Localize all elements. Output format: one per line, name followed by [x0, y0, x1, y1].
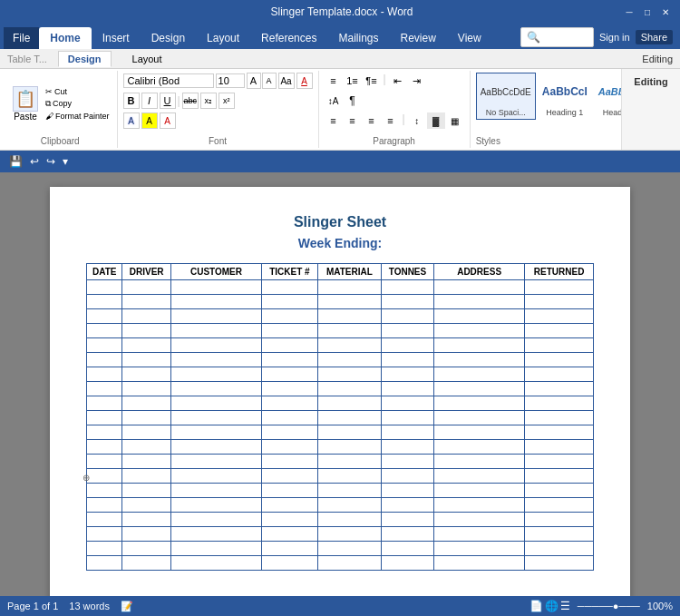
table-cell[interactable] — [525, 484, 594, 498]
table-cell[interactable] — [434, 309, 525, 324]
font-name-input[interactable] — [123, 73, 214, 88]
table-row[interactable] — [87, 309, 594, 324]
view-outline-button[interactable]: ☰ — [560, 600, 570, 612]
table-cell[interactable] — [170, 498, 261, 513]
table-row[interactable] — [87, 498, 594, 513]
subscript-button[interactable]: x₂ — [200, 93, 217, 109]
minimize-button[interactable]: ─ — [622, 5, 636, 19]
table-cell[interactable] — [381, 295, 433, 309]
table-cell[interactable] — [434, 484, 525, 498]
show-marks-button[interactable]: ¶ — [344, 93, 362, 109]
table-cell[interactable] — [122, 411, 171, 425]
table-cell[interactable] — [170, 309, 261, 324]
table-cell[interactable] — [381, 382, 433, 396]
table-cell[interactable] — [87, 469, 122, 484]
table-cell[interactable] — [122, 455, 171, 469]
table-row[interactable] — [87, 411, 594, 425]
table-cell[interactable] — [381, 353, 433, 367]
table-cell[interactable] — [87, 527, 122, 542]
tab-home[interactable]: Home — [39, 27, 91, 49]
table-cell[interactable] — [122, 527, 171, 542]
table-cell[interactable] — [87, 295, 122, 309]
table-cell[interactable] — [170, 513, 261, 527]
table-cell[interactable] — [525, 396, 594, 411]
table-cell[interactable] — [525, 324, 594, 338]
strikethrough-button[interactable]: abc — [182, 93, 199, 109]
table-cell[interactable] — [381, 527, 433, 542]
increase-indent-button[interactable]: ⇥ — [408, 73, 426, 89]
underline-button[interactable]: U — [160, 93, 176, 109]
numbering-button[interactable]: 1≡ — [344, 73, 362, 89]
table-cell[interactable] — [434, 556, 525, 571]
table-cell[interactable] — [262, 353, 318, 367]
table-cell[interactable] — [317, 396, 381, 411]
table-cell[interactable] — [381, 411, 433, 425]
table-cell[interactable] — [434, 498, 525, 513]
clear-formatting-button[interactable]: A — [296, 73, 313, 89]
table-cell[interactable] — [122, 513, 171, 527]
table-cell[interactable] — [317, 338, 381, 353]
table-cell[interactable] — [525, 469, 594, 484]
table-cell[interactable] — [317, 425, 381, 440]
bullets-button[interactable]: ≡ — [325, 73, 343, 89]
superscript-button[interactable]: x² — [219, 93, 235, 109]
table-cell[interactable] — [87, 425, 122, 440]
table-cell[interactable] — [381, 484, 433, 498]
table-cell[interactable] — [122, 338, 171, 353]
style-heading1[interactable]: AaBbCcI Heading 1 — [538, 73, 592, 120]
table-cell[interactable] — [381, 469, 433, 484]
font-size-input[interactable] — [216, 73, 245, 88]
table-cell[interactable] — [87, 396, 122, 411]
table-cell[interactable] — [317, 295, 381, 309]
table-cell[interactable] — [525, 440, 594, 455]
table-row[interactable] — [87, 556, 594, 571]
table-cell[interactable] — [122, 324, 171, 338]
view-web-button[interactable]: 🌐 — [545, 600, 559, 612]
table-cell[interactable] — [525, 425, 594, 440]
table-row[interactable] — [87, 338, 594, 353]
table-cell[interactable] — [262, 498, 318, 513]
table-cell[interactable] — [262, 513, 318, 527]
table-cell[interactable] — [525, 367, 594, 382]
table-cell[interactable] — [381, 309, 433, 324]
table-cell[interactable] — [525, 513, 594, 527]
style-normal[interactable]: AaBbCcDdE No Spaci... — [476, 73, 536, 120]
table-tools-layout-tab[interactable]: Layout — [122, 51, 172, 67]
table-cell[interactable] — [262, 556, 318, 571]
file-tab[interactable]: File — [4, 27, 39, 49]
table-cell[interactable] — [170, 280, 261, 295]
table-cell[interactable] — [122, 440, 171, 455]
table-cell[interactable] — [525, 280, 594, 295]
table-row[interactable] — [87, 353, 594, 367]
table-cell[interactable] — [317, 411, 381, 425]
copy-button[interactable]: ⧉ Copy — [44, 98, 112, 110]
table-cell[interactable] — [170, 484, 261, 498]
table-cell[interactable] — [262, 455, 318, 469]
table-cell[interactable] — [122, 425, 171, 440]
table-cell[interactable] — [87, 498, 122, 513]
table-cell[interactable] — [122, 295, 171, 309]
table-cell[interactable] — [317, 382, 381, 396]
table-cell[interactable] — [262, 280, 318, 295]
align-left-button[interactable]: ≡ — [325, 112, 343, 129]
table-cell[interactable] — [525, 556, 594, 571]
table-cell[interactable] — [87, 440, 122, 455]
table-cell[interactable] — [381, 455, 433, 469]
sort-button[interactable]: ↕A — [325, 93, 343, 109]
tab-design[interactable]: Design — [141, 27, 196, 49]
table-cell[interactable] — [317, 455, 381, 469]
table-cell[interactable] — [170, 556, 261, 571]
line-spacing-button[interactable]: ↕ — [408, 112, 426, 129]
table-cell[interactable] — [122, 556, 171, 571]
table-cell[interactable] — [170, 324, 261, 338]
table-cell[interactable] — [381, 425, 433, 440]
table-row[interactable] — [87, 513, 594, 527]
table-cell[interactable] — [317, 353, 381, 367]
table-cell[interactable] — [381, 324, 433, 338]
tell-me-input[interactable]: 🔍 Tell me... — [520, 27, 594, 47]
table-cell[interactable] — [262, 396, 318, 411]
font-shrink-button[interactable]: A — [262, 73, 277, 89]
table-cell[interactable] — [525, 411, 594, 425]
table-cell[interactable] — [317, 484, 381, 498]
table-cell[interactable] — [170, 338, 261, 353]
